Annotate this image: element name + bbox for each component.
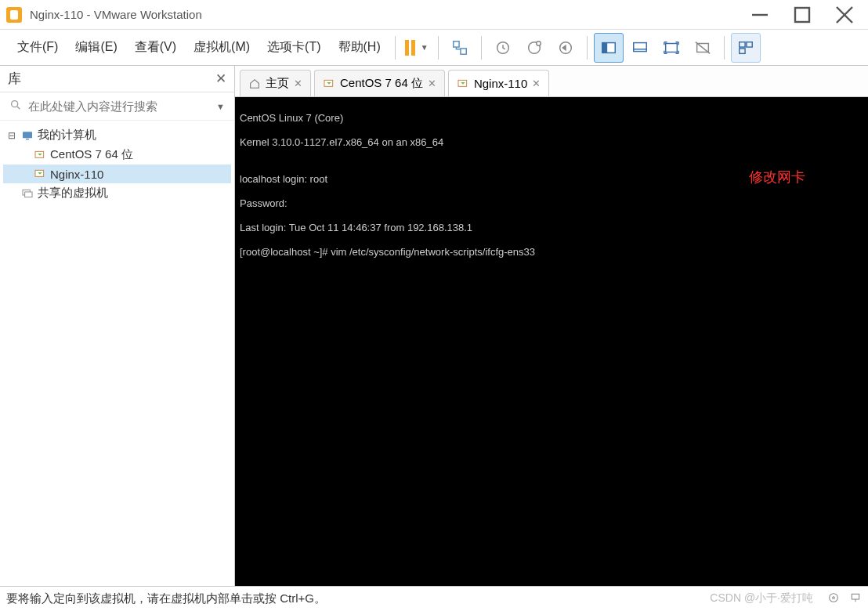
terminal-line: Kernel 3.10.0-1127.el7.x86_64 on an x86_… [240,136,863,149]
tree-label: 我的计算机 [38,128,96,143]
tree-label: CentOS 7 64 位 [50,147,133,162]
statusbar: 要将输入定向到该虚拟机，请在虚拟机内部单击或按 Ctrl+G。 CSDN @小于… [0,586,868,611]
view-unity-button[interactable] [688,33,718,63]
svg-rect-5 [461,48,466,53]
tab-label: CentOS 7 64 位 [340,76,423,91]
collapse-icon[interactable]: ⊟ [6,130,17,141]
terminal-line: [root@localhost ~]# vim /etc/sysconfig/n… [240,246,863,258]
svg-point-31 [833,597,835,599]
svg-rect-19 [739,48,744,52]
app-icon [6,7,22,23]
tabstrip: 主页 ✕ CentOS 7 64 位 ✕ Nginx-110 ✕ [235,66,868,97]
sidebar-header: 库 ✕ [0,66,234,92]
menu-file[interactable]: 文件(F) [9,36,66,59]
svg-rect-17 [739,42,744,46]
pause-icon [405,40,415,56]
menu-vm[interactable]: 虚拟机(M) [186,36,258,59]
separator [587,36,588,60]
home-icon [248,78,261,90]
view-fullscreen-button[interactable] [656,33,686,63]
watermark: CSDN @小于·爱打吨 [710,591,813,606]
menu-view[interactable]: 查看(V) [127,36,184,59]
separator [438,36,439,60]
separator [395,36,396,60]
snapshot-manage-button[interactable] [519,33,549,63]
tree-label: Nginx-110 [50,168,103,181]
terminal-line: CentOS Linux 7 (Core) [240,112,863,125]
window-title: Nginx-110 - VMware Workstation [30,8,202,21]
tree-root-mycomputer[interactable]: ⊟ 我的计算机 [3,125,231,145]
tree-shared-vms[interactable]: 共享的虚拟机 [3,183,231,203]
svg-rect-23 [26,139,29,139]
menubar: 文件(F) 编辑(E) 查看(V) 虚拟机(M) 选项卡(T) 帮助(H) ▼ [0,30,868,66]
svg-rect-12 [633,42,646,51]
svg-point-20 [12,101,18,107]
tree-item-nginx[interactable]: Nginx-110 [3,164,231,183]
terminal-line: Last login: Tue Oct 11 14:46:37 from 192… [240,222,863,234]
tree-item-centos[interactable]: CentOS 7 64 位 [3,145,231,164]
svg-rect-27 [25,192,32,197]
separator [481,36,482,60]
separator [724,36,725,60]
tab-close-button[interactable]: ✕ [294,78,302,89]
search-input[interactable] [28,99,216,113]
svg-rect-18 [747,42,752,46]
tab-nginx[interactable]: Nginx-110 ✕ [448,70,549,96]
minimize-button[interactable] [750,5,769,24]
snapshot-button[interactable] [488,33,518,63]
view-console-button[interactable] [594,33,624,63]
tab-home[interactable]: 主页 ✕ [240,70,311,96]
vm-icon [33,148,47,162]
tab-close-button[interactable]: ✕ [428,78,436,89]
vm-icon [323,78,335,90]
vm-icon [33,167,47,181]
tree-label: 共享的虚拟机 [38,186,108,201]
chevron-down-icon[interactable]: ▼ [216,102,225,111]
content-area: 主页 ✕ CentOS 7 64 位 ✕ Nginx-110 ✕ CentOS … [235,66,868,586]
sidebar-title: 库 [8,70,21,88]
sidebar-search[interactable]: ▼ [0,92,234,121]
svg-rect-14 [665,43,677,52]
tab-label: 主页 [266,76,289,91]
shared-icon [20,186,34,201]
svg-rect-22 [23,132,32,138]
menu-edit[interactable]: 编辑(E) [67,36,125,59]
sidebar-close-button[interactable]: ✕ [215,70,226,87]
device-network-icon[interactable] [849,591,862,606]
pause-button[interactable]: ▼ [402,33,432,63]
devices-button[interactable] [445,33,475,63]
close-button[interactable] [835,5,854,24]
view-library-button[interactable] [731,33,761,63]
vm-icon [457,78,469,90]
status-text: 要将输入定向到该虚拟机，请在虚拟机内部单击或按 Ctrl+G。 [6,591,326,606]
svg-line-21 [17,107,20,109]
tab-label: Nginx-110 [474,77,527,90]
svg-rect-32 [852,594,859,599]
terminal-line: Password: [240,197,863,210]
terminal[interactable]: CentOS Linux 7 (Core) Kernel 3.10.0-1127… [235,97,868,586]
chevron-down-icon[interactable]: ▼ [421,43,429,52]
search-icon [9,99,22,114]
computer-icon [20,128,34,143]
snapshot-revert-button[interactable] [551,33,580,63]
view-thumbnail-button[interactable] [625,33,655,63]
sidebar: 库 ✕ ▼ ⊟ 我的计算机 CentOS 7 64 位 Nginx-110 [0,66,235,586]
svg-point-30 [830,594,838,602]
annotation-text: 修改网卡 [749,168,805,186]
menu-tabs[interactable]: 选项卡(T) [259,36,328,59]
svg-rect-1 [795,8,809,22]
tab-close-button[interactable]: ✕ [532,78,541,89]
svg-rect-11 [602,42,606,52]
library-tree: ⊟ 我的计算机 CentOS 7 64 位 Nginx-110 共享的虚拟机 [0,121,234,208]
device-disk-icon[interactable] [827,591,840,606]
svg-point-8 [536,41,541,45]
menu-help[interactable]: 帮助(H) [331,36,389,59]
tab-centos[interactable]: CentOS 7 64 位 ✕ [314,70,445,96]
maximize-button[interactable] [793,5,812,24]
titlebar: Nginx-110 - VMware Workstation [0,0,868,30]
svg-rect-4 [453,41,458,46]
leaf-icon [6,188,17,199]
